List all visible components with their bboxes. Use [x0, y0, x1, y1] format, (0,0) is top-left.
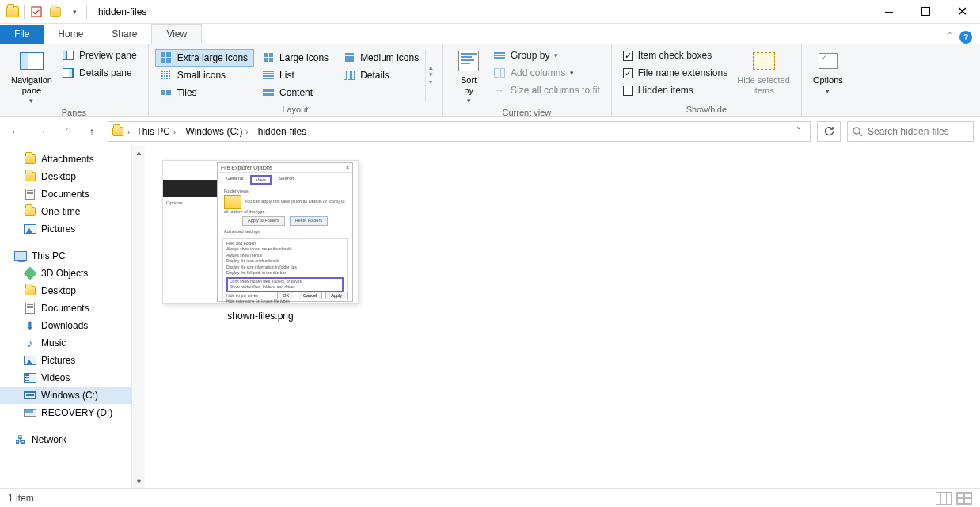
- scroll-down-icon[interactable]: ▼: [132, 475, 146, 488]
- separator: [86, 5, 87, 19]
- tree-item[interactable]: Documents: [0, 185, 131, 203]
- layout-more[interactable]: ▾: [427, 78, 434, 86]
- tree-thispc[interactable]: This PC: [0, 247, 131, 265]
- group-by-button[interactable]: Group by▾: [488, 47, 605, 64]
- status-count: 1 item: [8, 493, 34, 504]
- nav-up-button[interactable]: ↑: [82, 122, 101, 141]
- tree-item[interactable]: Videos: [0, 369, 131, 387]
- drive-icon: [24, 406, 36, 419]
- tree-scrollbar[interactable]: ▲ ▼: [131, 146, 145, 488]
- svg-line-3: [859, 133, 862, 136]
- ribbon-collapse-button[interactable]: ˆ: [948, 32, 952, 43]
- content-pane[interactable]: Options File Explorer Options× GeneralVi…: [145, 146, 980, 488]
- qat-new-folder[interactable]: [47, 3, 64, 21]
- tree-item[interactable]: Attachments: [0, 151, 131, 168]
- details-pane-button[interactable]: Details pane: [57, 64, 142, 82]
- help-button[interactable]: ?: [959, 31, 972, 44]
- breadcrumb-drive[interactable]: Windows (C:)›: [182, 126, 251, 137]
- tab-view[interactable]: View: [151, 24, 202, 44]
- layout-list[interactable]: List: [257, 67, 335, 84]
- qat-properties[interactable]: [28, 3, 45, 21]
- layout-large-icons[interactable]: Large icons: [257, 49, 335, 67]
- filename-ext-toggle[interactable]: File name extensions: [618, 64, 732, 82]
- svg-rect-0: [32, 7, 41, 17]
- tree-item[interactable]: Desktop: [0, 282, 131, 299]
- item-checkboxes-toggle[interactable]: Item check boxes: [618, 47, 732, 64]
- maximize-button[interactable]: [907, 0, 944, 24]
- view-details-button[interactable]: [936, 492, 952, 505]
- minimize-button[interactable]: ─: [871, 0, 907, 24]
- tree-network[interactable]: 🖧Network: [0, 431, 131, 448]
- vid-icon: [24, 372, 36, 384]
- drivewin-icon: [24, 389, 36, 402]
- layout-scroll-up[interactable]: ▲: [427, 64, 434, 71]
- tree-item[interactable]: ⬇Downloads: [0, 317, 131, 334]
- breadcrumb-folder[interactable]: hidden-files: [255, 126, 310, 137]
- tree-item[interactable]: Pictures: [0, 352, 131, 369]
- layout-medium-icons[interactable]: Medium icons: [338, 49, 425, 67]
- doc-icon: [24, 188, 36, 200]
- network-icon: 🖧: [14, 433, 27, 446]
- tab-share[interactable]: Share: [97, 25, 151, 44]
- tab-file[interactable]: File: [0, 25, 44, 44]
- view-large-button[interactable]: [956, 492, 972, 505]
- file-label: shown-files.png: [227, 311, 293, 322]
- layout-small-icons[interactable]: Small icons: [155, 67, 254, 84]
- folder-icon: [24, 170, 36, 183]
- chevron-down-icon: ▾: [29, 97, 33, 105]
- folder-icon: [24, 284, 36, 297]
- layout-tiles[interactable]: Tiles: [155, 84, 254, 101]
- tree-item[interactable]: Desktop: [0, 168, 131, 185]
- ribbon-group-panes: Navigation pane ▾ Preview pane Details p…: [0, 44, 149, 116]
- breadcrumb-thispc[interactable]: This PC›: [133, 126, 179, 137]
- layout-extra-large-icons[interactable]: Extra large icons: [155, 49, 254, 67]
- sort-by-button[interactable]: Sort by ▾: [449, 47, 488, 106]
- qat-customize-dropdown[interactable]: ▾: [66, 3, 83, 21]
- hide-selected-button[interactable]: Hide selected items: [732, 47, 795, 103]
- folder-icon: [24, 205, 36, 218]
- scroll-up-icon[interactable]: ▲: [132, 146, 146, 159]
- chevron-down-icon: ▾: [467, 97, 471, 105]
- close-button[interactable]: ✕: [944, 0, 980, 24]
- add-columns-button[interactable]: Add columns▾: [488, 64, 605, 82]
- layout-details[interactable]: Details: [338, 67, 425, 84]
- search-input[interactable]: Search hidden-files: [847, 121, 974, 142]
- ribbon-group-showhide: Item check boxes File name extensions Hi…: [612, 44, 802, 116]
- chevron-down-icon: ▾: [826, 87, 830, 95]
- folder-icon: [24, 153, 36, 166]
- checkbox-checked-icon: [623, 68, 633, 78]
- folder-icon: [112, 125, 124, 138]
- mus-icon: ♪: [24, 337, 36, 349]
- svg-point-2: [853, 128, 860, 134]
- layout-scroll-down[interactable]: ▼: [427, 71, 434, 78]
- status-bar: 1 item: [0, 488, 980, 507]
- tree-item[interactable]: RECOVERY (D:): [0, 404, 131, 421]
- tree-item[interactable]: Pictures: [0, 220, 131, 238]
- tree-item[interactable]: Documents: [0, 299, 131, 317]
- separator: [24, 5, 25, 19]
- tree-item[interactable]: ♪Music: [0, 334, 131, 352]
- ribbon-group-options: Options ▾: [802, 44, 854, 116]
- address-dropdown[interactable]: ˅: [791, 126, 807, 137]
- options-button[interactable]: Options ▾: [808, 47, 848, 103]
- file-tile[interactable]: Options File Explorer Options× GeneralVi…: [162, 160, 359, 322]
- layout-content[interactable]: Content: [257, 84, 335, 101]
- nav-back-button[interactable]: ←: [6, 122, 25, 141]
- file-thumbnail: Options File Explorer Options× GeneralVi…: [162, 160, 359, 304]
- nav-recent-dropdown[interactable]: ˅: [57, 122, 76, 141]
- preview-pane-button[interactable]: Preview pane: [57, 47, 142, 64]
- ribbon: Navigation pane ▾ Preview pane Details p…: [0, 44, 980, 117]
- tab-home[interactable]: Home: [44, 25, 97, 44]
- nav-forward-button[interactable]: →: [32, 122, 51, 141]
- tree-item[interactable]: 3D Objects: [0, 265, 131, 282]
- address-bar[interactable]: › This PC› Windows (C:)› hidden-files ˅: [108, 121, 811, 142]
- refresh-button[interactable]: [817, 121, 841, 142]
- hidden-items-toggle[interactable]: Hidden items: [618, 82, 732, 99]
- address-row: ← → ˅ ↑ › This PC› Windows (C:)› hidden-…: [0, 117, 980, 146]
- tree-item[interactable]: One-time: [0, 203, 131, 220]
- size-columns-button[interactable]: ↔Size all columns to fit: [488, 82, 605, 99]
- ribbon-group-layout: Extra large icons Large icons Medium ico…: [149, 44, 443, 116]
- navigation-pane-button[interactable]: Navigation pane ▾: [6, 47, 57, 106]
- tree-item[interactable]: Windows (C:): [0, 387, 131, 404]
- app-icon: [5, 4, 21, 20]
